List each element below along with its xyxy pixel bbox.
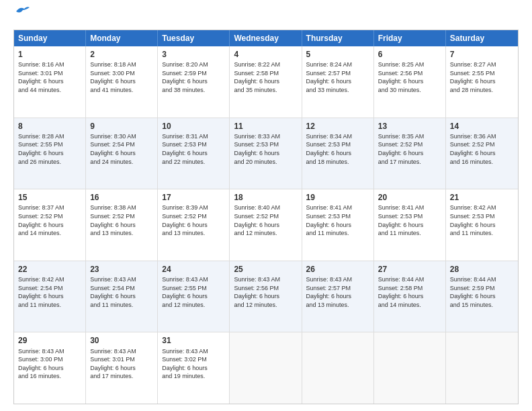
calendar-cell: 19Sunrise: 8:41 AMSunset: 2:53 PMDayligh… [302, 189, 374, 261]
cell-line: Sunrise: 8:30 AM [90, 132, 153, 141]
cell-line: Sunrise: 8:41 AM [306, 203, 369, 212]
cell-line: Sunrise: 8:43 AM [90, 275, 153, 284]
cell-line: Sunset: 2:58 PM [378, 284, 441, 293]
calendar-cell: 18Sunrise: 8:40 AMSunset: 2:52 PMDayligh… [230, 189, 302, 261]
cell-line: Daylight: 6 hours [162, 77, 225, 86]
day-number: 26 [306, 264, 369, 275]
cell-line: Daylight: 6 hours [18, 221, 81, 230]
day-number: 22 [18, 264, 81, 275]
cell-line: Sunrise: 8:44 AM [450, 275, 514, 284]
cell-line: Sunset: 2:52 PM [378, 140, 441, 149]
cell-line: Sunrise: 8:43 AM [234, 275, 297, 284]
cell-line: and 13 minutes. [162, 229, 225, 238]
cell-line: Sunset: 3:00 PM [18, 355, 81, 364]
cell-line: and 13 minutes. [306, 301, 369, 310]
cell-line: Daylight: 6 hours [378, 149, 441, 158]
calendar-cell: 31Sunrise: 8:43 AMSunset: 3:02 PMDayligh… [158, 332, 230, 404]
cell-line: and 33 minutes. [306, 86, 369, 95]
cell-line: Daylight: 6 hours [450, 221, 514, 230]
day-number: 25 [234, 264, 297, 275]
cell-line: Sunset: 2:54 PM [90, 140, 153, 149]
calendar-cell: 28Sunrise: 8:44 AMSunset: 2:59 PMDayligh… [446, 261, 518, 332]
cell-line: and 26 minutes. [18, 158, 81, 167]
day-number: 30 [90, 335, 153, 346]
day-number: 10 [162, 121, 225, 132]
cell-line: Daylight: 6 hours [18, 364, 81, 373]
weekday-header-saturday: Saturday [446, 30, 518, 46]
cell-line: Daylight: 6 hours [306, 221, 369, 230]
day-number: 7 [450, 49, 514, 60]
weekday-header-sunday: Sunday [14, 30, 86, 46]
cell-line: Sunrise: 8:25 AM [378, 60, 441, 69]
calendar-cell: 21Sunrise: 8:42 AMSunset: 2:53 PMDayligh… [446, 189, 518, 261]
cell-line: Daylight: 6 hours [306, 292, 369, 301]
cell-line: and 30 minutes. [378, 86, 441, 95]
cell-line: Daylight: 6 hours [162, 221, 225, 230]
cell-line: and 35 minutes. [234, 86, 297, 95]
cell-line: Sunset: 2:53 PM [234, 140, 297, 149]
cell-line: Daylight: 6 hours [90, 292, 153, 301]
weekday-header-monday: Monday [86, 30, 158, 46]
cell-line: Sunset: 3:00 PM [90, 69, 153, 78]
cell-line: Sunset: 2:55 PM [18, 140, 81, 149]
header [13, 11, 519, 24]
cell-line: Sunset: 2:55 PM [162, 284, 225, 293]
cell-line: Sunrise: 8:27 AM [450, 60, 514, 69]
calendar-cell: 30Sunrise: 8:43 AMSunset: 3:01 PMDayligh… [86, 332, 158, 404]
calendar-cell: 22Sunrise: 8:42 AMSunset: 2:54 PMDayligh… [14, 261, 86, 332]
cell-line: Sunrise: 8:43 AM [18, 347, 81, 356]
calendar-cell: 6Sunrise: 8:25 AMSunset: 2:56 PMDaylight… [374, 46, 446, 118]
cell-line: and 17 minutes. [378, 158, 441, 167]
cell-line: and 41 minutes. [90, 86, 153, 95]
calendar-cell: 7Sunrise: 8:27 AMSunset: 2:55 PMDaylight… [446, 46, 518, 118]
calendar-cell: 10Sunrise: 8:31 AMSunset: 2:53 PMDayligh… [158, 118, 230, 189]
calendar-row: 29Sunrise: 8:43 AMSunset: 3:00 PMDayligh… [14, 332, 518, 404]
cell-line: Sunrise: 8:18 AM [90, 60, 153, 69]
cell-line: Sunrise: 8:35 AM [378, 132, 441, 141]
calendar-row: 8Sunrise: 8:28 AMSunset: 2:55 PMDaylight… [14, 118, 518, 190]
cell-line: Sunrise: 8:33 AM [234, 132, 297, 141]
calendar-cell: 9Sunrise: 8:30 AMSunset: 2:54 PMDaylight… [86, 118, 158, 189]
calendar-cell: 26Sunrise: 8:43 AMSunset: 2:57 PMDayligh… [302, 261, 374, 332]
cell-line: Sunrise: 8:37 AM [18, 203, 81, 212]
cell-line: Daylight: 6 hours [378, 292, 441, 301]
calendar-cell: 2Sunrise: 8:18 AMSunset: 3:00 PMDaylight… [86, 46, 158, 118]
calendar-body: 1Sunrise: 8:16 AMSunset: 3:01 PMDaylight… [14, 46, 518, 404]
cell-line: Daylight: 6 hours [234, 221, 297, 230]
day-number: 17 [162, 192, 225, 203]
day-number: 3 [162, 49, 225, 60]
cell-line: Sunset: 2:58 PM [234, 69, 297, 78]
cell-line: Sunset: 2:55 PM [450, 69, 514, 78]
cell-line: and 12 minutes. [234, 229, 297, 238]
day-number: 27 [378, 264, 441, 275]
cell-line: and 16 minutes. [450, 158, 514, 167]
cell-line: Sunrise: 8:28 AM [18, 132, 81, 141]
day-number: 6 [378, 49, 441, 60]
calendar-header: SundayMondayTuesdayWednesdayThursdayFrid… [14, 30, 518, 46]
weekday-header-thursday: Thursday [302, 30, 374, 46]
cell-line: Sunset: 2:53 PM [450, 212, 514, 221]
page: SundayMondayTuesdayWednesdayThursdayFrid… [0, 0, 532, 411]
cell-line: Sunset: 2:53 PM [162, 140, 225, 149]
cell-line: Sunrise: 8:20 AM [162, 60, 225, 69]
day-number: 16 [90, 192, 153, 203]
cell-line: Sunset: 2:52 PM [90, 212, 153, 221]
day-number: 29 [18, 335, 81, 346]
cell-line: Sunset: 2:52 PM [162, 212, 225, 221]
calendar-cell: 23Sunrise: 8:43 AMSunset: 2:54 PMDayligh… [86, 261, 158, 332]
calendar-cell: 1Sunrise: 8:16 AMSunset: 3:01 PMDaylight… [14, 46, 86, 118]
cell-line: Sunset: 3:02 PM [162, 355, 225, 364]
cell-line: Daylight: 6 hours [450, 149, 514, 158]
cell-line: Sunset: 2:57 PM [306, 69, 369, 78]
day-number: 24 [162, 264, 225, 275]
cell-line: and 19 minutes. [162, 372, 225, 381]
cell-line: and 12 minutes. [162, 301, 225, 310]
cell-line: and 12 minutes. [234, 301, 297, 310]
calendar-cell: 25Sunrise: 8:43 AMSunset: 2:56 PMDayligh… [230, 261, 302, 332]
cell-line: Daylight: 6 hours [234, 292, 297, 301]
cell-line: Sunrise: 8:43 AM [162, 275, 225, 284]
weekday-header-tuesday: Tuesday [158, 30, 230, 46]
cell-line: Sunrise: 8:44 AM [378, 275, 441, 284]
day-number: 1 [18, 49, 81, 60]
day-number: 19 [306, 192, 369, 203]
